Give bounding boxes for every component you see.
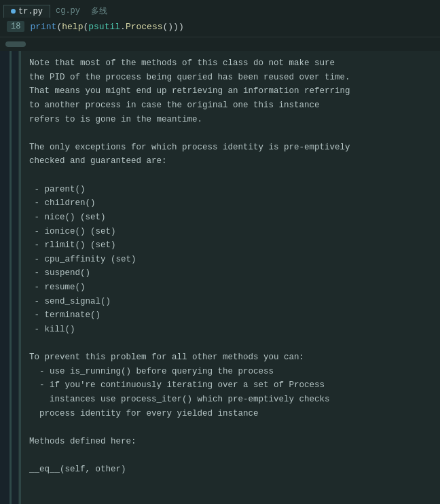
tab-dot — [11, 9, 16, 14]
tab-multi[interactable]: 多线 — [86, 4, 113, 18]
para-1: Note that most of the methods of this cl… — [29, 58, 350, 474]
top-bar: tr.py cg.py 多线 18 print(help(psutil.Proc… — [0, 0, 440, 37]
tab-active[interactable]: tr.py — [3, 5, 50, 18]
code-line-row: 18 print(help(psutil.Process())) — [0, 19, 440, 34]
tab-cg[interactable]: cg.py — [50, 5, 86, 17]
content-wrapper: Note that most of the methods of this cl… — [0, 51, 440, 504]
help-text: Note that most of the methods of this cl… — [29, 56, 432, 477]
left-gutter — [0, 51, 19, 504]
scrollbar-area[interactable] — [0, 37, 440, 51]
tab-active-label: tr.py — [18, 7, 43, 16]
help-text-area: Note that most of the methods of this cl… — [19, 51, 440, 504]
tab-row: tr.py cg.py 多线 — [0, 0, 440, 19]
left-bar-line — [10, 51, 12, 504]
line-number: 18 — [7, 21, 24, 32]
code-content: print(help(psutil.Process())) — [30, 22, 183, 32]
scrollbar-thumb[interactable] — [5, 41, 26, 47]
